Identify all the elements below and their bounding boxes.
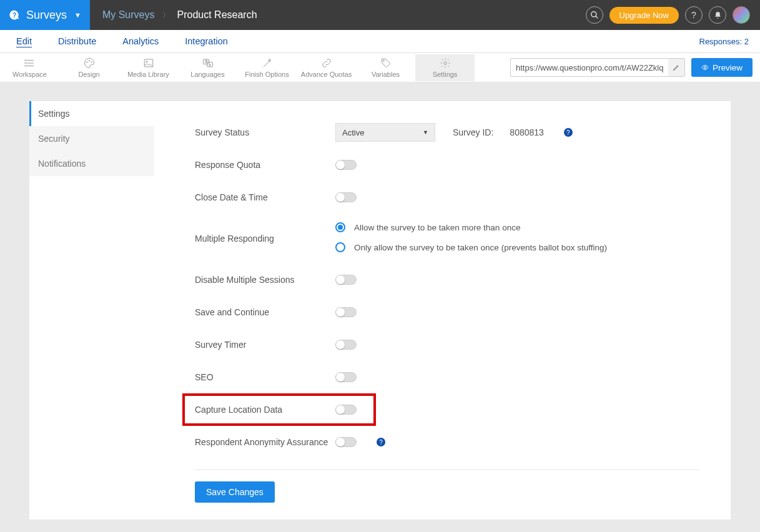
- svg-text:?: ?: [12, 11, 16, 19]
- brand-name: Surveys: [26, 9, 67, 22]
- help-icon[interactable]: ?: [564, 128, 573, 137]
- responses-count[interactable]: Responses: 2: [699, 37, 752, 46]
- svg-point-13: [146, 61, 147, 62]
- row-timer: Survey Timer: [195, 328, 699, 361]
- save-continue-label: Save and Continue: [195, 307, 335, 317]
- svg-point-8: [24, 65, 26, 66]
- svg-point-20: [443, 61, 447, 64]
- tab-integration[interactable]: Integration: [177, 31, 235, 51]
- wand-icon: [237, 57, 297, 69]
- eye-icon: [701, 64, 709, 71]
- toggle-anonymity[interactable]: [335, 437, 357, 447]
- upgrade-button[interactable]: Upgrade Now: [609, 7, 679, 24]
- tool-workspace[interactable]: Workspace: [0, 54, 59, 81]
- search-icon[interactable]: [586, 6, 603, 24]
- survey-id-value: 8080813: [510, 127, 544, 137]
- toggle-quota[interactable]: [335, 160, 357, 170]
- row-seo: SEO: [195, 361, 699, 393]
- row-multiple-responding: Multiple Responding Allow the survey to …: [195, 220, 699, 255]
- sidenav-notifications[interactable]: Notifications: [29, 151, 154, 176]
- settings-panel: Settings Security Notifications Survey S…: [29, 101, 731, 520]
- toolbar: Workspace Design Media Library 文A Langua…: [0, 53, 760, 82]
- toggle-save-continue[interactable]: [335, 307, 357, 317]
- row-save-continue: Save and Continue: [195, 296, 699, 328]
- svg-line-2: [595, 16, 598, 19]
- radio-icon: [335, 242, 345, 252]
- toggle-sessions[interactable]: [335, 275, 357, 285]
- brand-logo-icon: ?: [9, 9, 20, 21]
- side-nav: Settings Security Notifications: [29, 101, 154, 520]
- survey-url-input[interactable]: [511, 63, 668, 72]
- tool-finish[interactable]: Finish Options: [237, 54, 297, 81]
- divider: [195, 470, 699, 470]
- content-area: Settings Security Notifications Survey S…: [0, 82, 760, 532]
- survey-url-box: [510, 58, 685, 77]
- svg-text:文: 文: [204, 59, 207, 63]
- sidenav-settings[interactable]: Settings: [29, 101, 154, 126]
- svg-point-19: [383, 60, 384, 61]
- multi-label: Multiple Responding: [195, 220, 335, 244]
- breadcrumb-root[interactable]: My Surveys: [102, 9, 155, 21]
- tool-languages[interactable]: 文A Languages: [178, 54, 237, 81]
- toggle-seo[interactable]: [335, 372, 357, 382]
- help-icon[interactable]: ?: [377, 438, 385, 446]
- radio-icon: [335, 222, 345, 232]
- chevron-down-icon: ▼: [74, 11, 81, 19]
- survey-id-label: Survey ID:: [453, 127, 493, 137]
- sessions-label: Disable Multiple Sessions: [195, 275, 335, 285]
- row-anonymity: Respondent Anonymity Assurance ?: [195, 426, 699, 458]
- quota-label: Response Quota: [195, 160, 335, 170]
- tool-settings[interactable]: Settings: [415, 54, 475, 81]
- svg-point-21: [704, 67, 706, 69]
- notifications-icon[interactable]: [709, 6, 726, 24]
- palette-icon: [59, 57, 119, 69]
- tag-icon: [356, 57, 415, 69]
- tool-media[interactable]: Media Library: [119, 54, 178, 81]
- svg-point-9: [86, 61, 87, 62]
- workspace-icon: [0, 57, 59, 69]
- tool-design[interactable]: Design: [59, 54, 119, 81]
- tab-analytics[interactable]: Analytics: [115, 31, 166, 51]
- close-label: Close Date & Time: [195, 192, 335, 202]
- form-area: Survey Status Active ▼ Survey ID: 808081…: [154, 101, 731, 520]
- gear-icon: [415, 57, 475, 69]
- radio-allow-multiple[interactable]: Allow the survey to be taken more than o…: [335, 222, 607, 232]
- breadcrumb: My Surveys 〉 Product Research: [90, 9, 270, 21]
- svg-point-10: [89, 60, 90, 61]
- save-changes-button[interactable]: Save Changes: [195, 481, 275, 503]
- main-tabs: Edit Distribute Analytics Integration Re…: [0, 30, 760, 53]
- multi-radio-group: Allow the survey to be taken more than o…: [335, 220, 607, 255]
- user-avatar[interactable]: [733, 6, 750, 24]
- radio-only-once[interactable]: Only allow the survey to be taken once (…: [335, 242, 607, 252]
- sidenav-security[interactable]: Security: [29, 126, 154, 151]
- image-icon: [119, 57, 178, 69]
- help-icon[interactable]: ?: [685, 6, 703, 24]
- svg-text:A: A: [209, 63, 210, 66]
- tool-quotas[interactable]: Advance Quotas: [297, 54, 356, 81]
- location-label: Capture Location Data: [195, 405, 335, 415]
- status-label: Survey Status: [195, 127, 335, 137]
- preview-button[interactable]: Preview: [691, 58, 753, 77]
- toggle-location[interactable]: [335, 405, 357, 415]
- tab-edit[interactable]: Edit: [9, 31, 39, 51]
- edit-url-button[interactable]: [668, 59, 684, 76]
- brand-menu[interactable]: ? Surveys ▼: [0, 0, 90, 30]
- row-location: Capture Location Data: [182, 393, 376, 426]
- svg-point-7: [24, 62, 26, 64]
- chevron-right-icon: 〉: [162, 10, 170, 21]
- caret-down-icon: ▼: [423, 129, 428, 135]
- tool-variables[interactable]: Variables: [356, 54, 415, 81]
- svg-point-11: [91, 61, 92, 62]
- row-status: Survey Status Active ▼ Survey ID: 808081…: [195, 116, 699, 149]
- row-close: Close Date & Time: [195, 181, 699, 214]
- tab-distribute[interactable]: Distribute: [51, 31, 104, 51]
- link-icon: [297, 57, 356, 69]
- toggle-close[interactable]: [335, 192, 357, 202]
- toggle-timer[interactable]: [335, 340, 357, 350]
- row-quota: Response Quota: [195, 149, 699, 181]
- status-select[interactable]: Active ▼: [335, 123, 435, 142]
- languages-icon: 文A: [178, 57, 237, 69]
- top-right-controls: Upgrade Now ?: [576, 6, 761, 24]
- row-sessions: Disable Multiple Sessions: [195, 264, 699, 296]
- timer-label: Survey Timer: [195, 340, 335, 350]
